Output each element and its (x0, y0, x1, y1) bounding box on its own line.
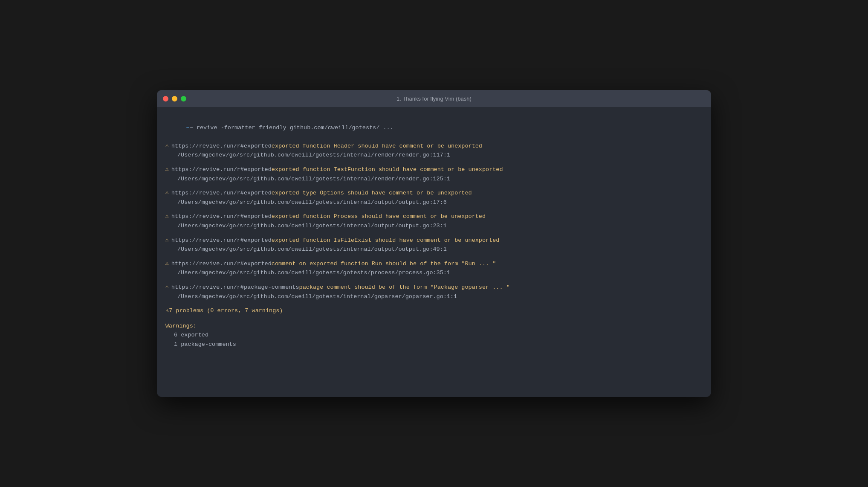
warning-line-0: ⚠https://revive.run/r#exported exported … (165, 142, 703, 151)
terminal-window: 1. Thanks for flying Vim (bash) ~~ reviv… (157, 90, 711, 397)
warning-block-2: ⚠https://revive.run/r#exported exported … (165, 188, 703, 207)
warning-url: https://revive.run/r#exported (171, 165, 272, 174)
warning-path: /Users/mgechev/go/src/github.com/cweill/… (165, 292, 703, 301)
warning-line-4: ⚠https://revive.run/r#exported exported … (165, 236, 703, 245)
warnings-header: Warnings: (165, 322, 703, 331)
terminal-body: ~~ revive -formatter friendly github.com… (157, 107, 711, 397)
warning-block-4: ⚠https://revive.run/r#exported exported … (165, 236, 703, 254)
command-line: ~~ revive -formatter friendly github.com… (165, 114, 703, 142)
warning-line-3: ⚠https://revive.run/r#exported exported … (165, 212, 703, 221)
warning-message: package comment should be of the form "P… (299, 283, 510, 292)
warning-path: /Users/mgechev/go/src/github.com/cweill/… (165, 245, 703, 254)
warning-message: exported function IsFileExist should hav… (272, 236, 500, 245)
warning-path: /Users/mgechev/go/src/github.com/cweill/… (165, 151, 703, 160)
maximize-button[interactable] (181, 96, 186, 101)
warning-path: /Users/mgechev/go/src/github.com/cweill/… (165, 198, 703, 207)
window-title: 1. Thanks for flying Vim (bash) (396, 96, 472, 102)
warnings-section: Warnings: 6 exported 1 package-comments (165, 322, 703, 349)
warning-icon: ⚠ (165, 188, 169, 197)
warning-block-1: ⚠https://revive.run/r#exported exported … (165, 165, 703, 183)
warnings-item-0: 6 exported (165, 330, 703, 340)
warning-url: https://revive.run/r#exported (171, 236, 272, 245)
traffic-lights (163, 96, 186, 101)
warning-url: https://revive.run/r#exported (171, 188, 272, 198)
warning-block-5: ⚠https://revive.run/r#exported comment o… (165, 259, 703, 278)
warning-url: https://revive.run/r#exported (171, 259, 272, 269)
warning-url: https://revive.run/r#exported (171, 212, 272, 221)
warning-icon: ⚠ (165, 236, 169, 245)
warning-block-0: ⚠https://revive.run/r#exported exported … (165, 142, 703, 160)
warning-url: https://revive.run/r#package-comments (171, 283, 299, 292)
summary-line: ⚠7 problems (0 errors, 7 warnings) (165, 306, 703, 316)
warnings-list: ⚠https://revive.run/r#exported exported … (165, 142, 703, 301)
warning-block-6: ⚠https://revive.run/r#package-comments p… (165, 283, 703, 301)
warning-icon: ⚠ (165, 142, 169, 151)
warning-url: https://revive.run/r#exported (171, 142, 272, 151)
warning-path: /Users/mgechev/go/src/github.com/cweill/… (165, 174, 703, 184)
warnings-item-1: 1 package-comments (165, 340, 703, 349)
warning-icon: ⚠ (165, 212, 169, 221)
close-button[interactable] (163, 96, 168, 101)
warning-message: exported function TestFunction should ha… (272, 165, 503, 174)
titlebar: 1. Thanks for flying Vim (bash) (157, 90, 711, 107)
warning-line-1: ⚠https://revive.run/r#exported exported … (165, 165, 703, 174)
warning-icon: ⚠ (165, 283, 169, 292)
warning-icon: ⚠ (165, 259, 169, 268)
warning-line-6: ⚠https://revive.run/r#package-comments p… (165, 283, 703, 292)
warning-path: /Users/mgechev/go/src/github.com/cweill/… (165, 221, 703, 231)
warning-message: comment on exported function Run should … (272, 259, 496, 269)
minimize-button[interactable] (172, 96, 177, 101)
warning-message: exported function Process should have co… (272, 212, 486, 221)
warnings-items: 6 exported 1 package-comments (165, 330, 703, 349)
warning-message: exported type Options should have commen… (272, 188, 472, 198)
warning-path: /Users/mgechev/go/src/github.com/cweill/… (165, 268, 703, 278)
warning-message: exported function Header should have com… (272, 142, 482, 151)
warning-line-5: ⚠https://revive.run/r#exported comment o… (165, 259, 703, 269)
warning-block-3: ⚠https://revive.run/r#exported exported … (165, 212, 703, 230)
warning-line-2: ⚠https://revive.run/r#exported exported … (165, 188, 703, 198)
warning-icon: ⚠ (165, 165, 169, 174)
